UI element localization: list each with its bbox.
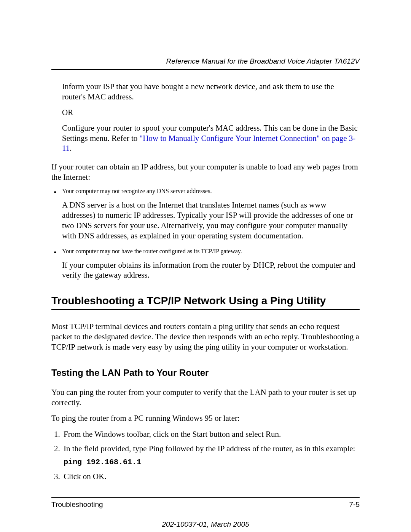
bullet-item: Your computer may not recognize any DNS … [51, 188, 360, 195]
bullet-item: Your computer may not have the router co… [51, 248, 360, 255]
list-item: From the Windows toolbar, click on the S… [62, 429, 360, 439]
code-block: ping 192.168.61.1 [64, 457, 360, 467]
paragraph: To ping the router from a PC running Win… [51, 413, 360, 423]
list-item: Click on OK. [62, 471, 360, 482]
text: . [70, 144, 72, 153]
document-page: Reference Manual for the Broadband Voice… [0, 0, 411, 532]
paragraph: Configure your router to spoof your comp… [62, 123, 360, 154]
bullet-text: Your computer may not recognize any DNS … [62, 188, 212, 194]
subsection-heading: Testing the LAN Path to Your Router [51, 367, 360, 378]
paragraph: If your router can obtain an IP address,… [51, 162, 360, 182]
numbered-list: From the Windows toolbar, click on the S… [51, 429, 360, 482]
paragraph: Most TCP/IP terminal devices and routers… [51, 321, 360, 352]
paragraph: Inform your ISP that you have bought a n… [62, 81, 360, 102]
page-footer: Troubleshooting 7-5 [51, 497, 360, 509]
or-label: OR [62, 107, 360, 118]
bullet-text: Your computer may not have the router co… [62, 248, 242, 254]
footer-chapter: Troubleshooting [51, 500, 103, 509]
section-heading: Troubleshooting a TCP/IP Network Using a… [51, 295, 360, 310]
document-id: 202-10037-01, March 2005 [51, 520, 360, 529]
indent-block-1: Inform your ISP that you have bought a n… [51, 81, 360, 153]
list-text: In the field provided, type Ping followe… [64, 444, 355, 453]
bullet-detail: If your computer obtains its information… [51, 260, 360, 281]
page-header: Reference Manual for the Broadband Voice… [51, 57, 360, 70]
bullet-detail: A DNS server is a host on the Internet t… [51, 200, 360, 241]
footer-page-number: 7-5 [349, 500, 360, 509]
list-item: In the field provided, type Ping followe… [62, 443, 360, 467]
paragraph: You can ping the router from your comput… [51, 387, 360, 408]
